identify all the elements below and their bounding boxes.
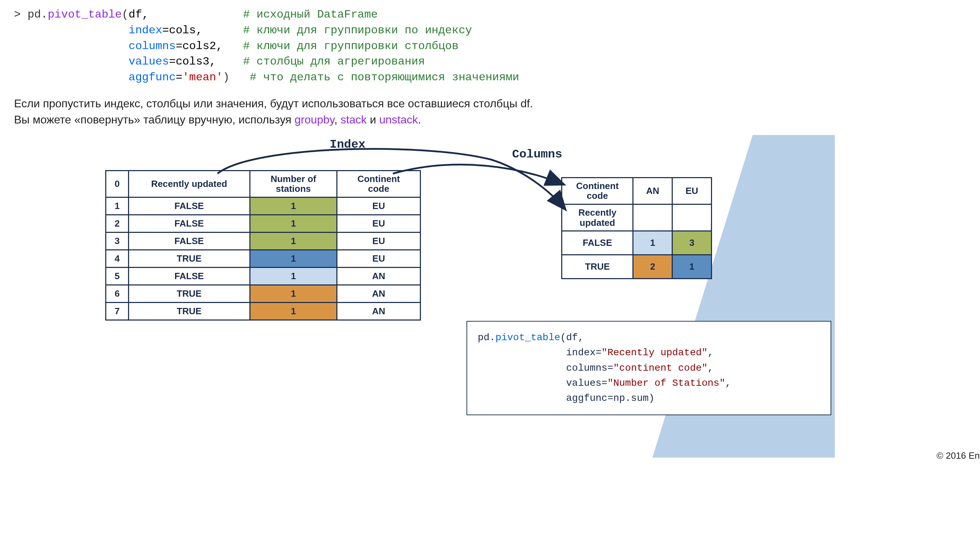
table-row: 4TRUE1EU — [106, 250, 420, 267]
cell-idx: 7 — [106, 302, 129, 320]
pvt-empty — [633, 204, 672, 231]
comment-aggfunc: # что делать с повторяющимися значениями — [250, 71, 519, 84]
table-row: 1FALSE1EU — [106, 197, 420, 215]
cell-num-stations: 1 — [250, 267, 337, 285]
table-row: 2FALSE1EU — [106, 215, 420, 232]
kw-aggfunc: aggfunc — [128, 71, 175, 84]
cell-continent-code: EU — [337, 250, 420, 267]
cell-continent-code: AN — [337, 302, 420, 320]
cell-recently-updated: TRUE — [128, 302, 250, 320]
ex-str-columns: "continent code" — [613, 363, 708, 374]
header-continent-code: Continent code — [337, 170, 420, 197]
cell-num-stations: 1 — [250, 302, 337, 320]
label-index: Index — [330, 138, 366, 151]
pvt-empty — [672, 204, 712, 231]
intro-text: Если пропустить индекс, столбцы или знач… — [14, 95, 966, 128]
pvt-cell-eu: 3 — [672, 231, 712, 255]
cell-recently-updated: FALSE — [128, 215, 250, 232]
table-row: 6TRUE1AN — [106, 285, 420, 302]
example-code: pd.pivot_table(df, index="Recently updat… — [466, 321, 831, 415]
pvt-cell-an: 1 — [633, 231, 672, 255]
link-stack[interactable]: stack — [340, 113, 367, 126]
header-recently-updated: Recently updated — [128, 170, 250, 197]
fn-name: pivot_table — [48, 8, 122, 21]
cell-recently-updated: FALSE — [128, 267, 250, 285]
comment-index: # ключи для группировки по индексу — [243, 24, 472, 37]
cell-recently-updated: FALSE — [128, 197, 250, 215]
pvt-cell-eu: 1 — [672, 255, 712, 279]
cell-idx: 4 — [106, 250, 129, 267]
cell-idx: 1 — [106, 197, 129, 215]
kw-values: values — [128, 55, 169, 68]
table-header-row: 0 Recently updated Number of stations Co… — [106, 170, 420, 197]
cell-num-stations: 1 — [250, 250, 337, 267]
cell-idx: 6 — [106, 285, 129, 302]
pvt-subheader-row: Recently updated — [562, 204, 712, 231]
comment-values: # столбцы для агрегирования — [243, 55, 425, 68]
pvt-row-label: FALSE — [562, 231, 633, 255]
table-row: 7TRUE1AN — [106, 302, 420, 320]
pvt-col-an: AN — [633, 177, 672, 204]
table-row: FALSE13 — [562, 231, 712, 255]
cell-continent-code: AN — [337, 267, 420, 285]
cell-idx: 3 — [106, 232, 129, 250]
pvt-cell-an: 2 — [633, 255, 672, 279]
kw-index: index — [128, 24, 162, 37]
code-signature: > pd.pivot_table(df, # исходный DataFram… — [14, 7, 966, 86]
cell-num-stations: 1 — [250, 285, 337, 302]
pivot-table: Continent code AN EU Recently updated FA… — [561, 177, 712, 279]
cell-num-stations: 1 — [250, 232, 337, 250]
header-index: 0 — [106, 170, 129, 197]
cell-idx: 2 — [106, 215, 129, 232]
intro-line2a: Вы можете «повернуть» таблицу вручную, и… — [14, 113, 294, 126]
diagram: Index Columns 0 Recently updated Number … — [105, 135, 842, 458]
cell-recently-updated: TRUE — [128, 250, 250, 267]
pvt-rowcorner: Recently updated — [562, 204, 633, 231]
intro-line1: Если пропустить индекс, столбцы или знач… — [14, 97, 533, 110]
ex-str-index: "Recently updated" — [601, 347, 708, 358]
cell-recently-updated: FALSE — [128, 232, 250, 250]
cell-continent-code: EU — [337, 215, 420, 232]
cell-idx: 5 — [106, 267, 129, 285]
str-mean: 'mean' — [182, 71, 223, 84]
header-num-stations: Number of stations — [250, 170, 337, 197]
link-groupby[interactable]: groupby — [294, 113, 334, 126]
pvt-col-eu: EU — [672, 177, 712, 204]
comment-columns: # ключи для группировки столбцов — [243, 40, 459, 52]
table-row: 5FALSE1AN — [106, 267, 420, 285]
copyright: © 2016 Enthought — [937, 450, 980, 461]
source-table: 0 Recently updated Number of stations Co… — [105, 170, 421, 321]
comment-df: # исходный DataFrame — [243, 8, 378, 21]
cell-continent-code: AN — [337, 285, 420, 302]
label-columns: Columns — [512, 148, 562, 161]
pvt-row-label: TRUE — [562, 255, 633, 279]
cell-continent-code: EU — [337, 232, 420, 250]
ex-str-values: "Number of Stations" — [608, 378, 725, 388]
link-unstack[interactable]: unstack — [379, 113, 418, 126]
table-row: 3FALSE1EU — [106, 232, 420, 250]
ex-fn: pivot_table — [495, 332, 560, 343]
cell-continent-code: EU — [337, 197, 420, 215]
cell-num-stations: 1 — [250, 215, 337, 232]
pvt-corner: Continent code — [562, 177, 633, 204]
kw-columns: columns — [128, 40, 175, 52]
cell-recently-updated: TRUE — [128, 285, 250, 302]
pvt-header-row: Continent code AN EU — [562, 177, 712, 204]
cell-num-stations: 1 — [250, 197, 337, 215]
table-row: TRUE21 — [562, 255, 712, 279]
prompt: > pd. — [14, 8, 48, 21]
